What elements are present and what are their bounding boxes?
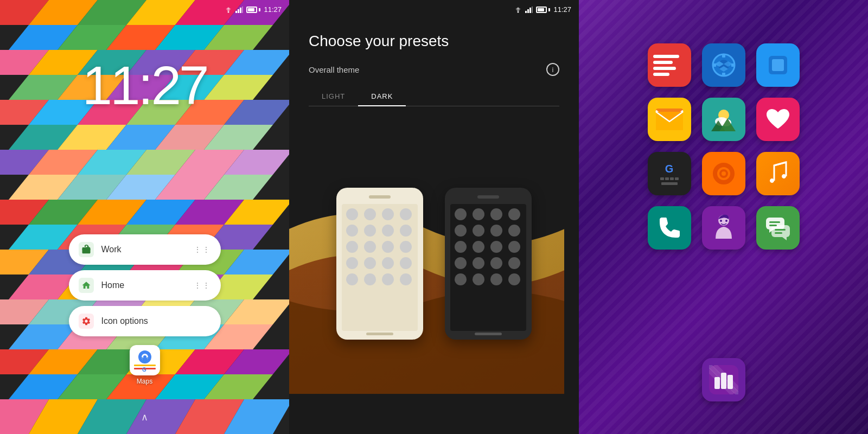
work-dots[interactable]: ⋮⋮: [194, 245, 211, 254]
dot: [490, 241, 502, 253]
dot: [400, 257, 412, 269]
svg-marker-143: [782, 237, 787, 240]
menu-item-icon-options[interactable]: Icon options: [69, 306, 221, 336]
light-phone-mockup: [336, 188, 423, 340]
svg-marker-113: [516, 10, 520, 11]
dot: [346, 225, 358, 237]
app-menu: Work ⋮⋮ Home ⋮⋮ Icon options: [69, 234, 221, 336]
svg-rect-99: [235, 11, 237, 13]
svg-rect-101: [240, 8, 241, 13]
svg-point-136: [722, 171, 726, 176]
messages-icon: [764, 214, 792, 241]
presets-title: Choose your presets: [309, 33, 559, 50]
lines-icon: [648, 49, 691, 81]
dot: [455, 208, 467, 220]
dot: [508, 208, 520, 220]
dot: [455, 273, 467, 285]
camera-icon: [709, 159, 738, 188]
dot: [364, 257, 376, 269]
dot: [400, 241, 412, 253]
status-bar-panel2: 11:27: [514, 5, 571, 14]
app-character[interactable]: [702, 206, 745, 250]
dot: [473, 225, 484, 237]
svg-rect-146: [775, 229, 786, 231]
info-icon[interactable]: i: [546, 63, 559, 76]
app-analytics[interactable]: [702, 358, 745, 401]
svg-text:G: G: [142, 367, 146, 373]
light-phone-screen: [342, 204, 418, 331]
app-google[interactable]: [756, 43, 800, 87]
dot: [455, 257, 467, 269]
svg-rect-100: [238, 9, 239, 13]
dot: [455, 241, 467, 253]
home-icon: [79, 278, 94, 293]
app-music[interactable]: [756, 152, 800, 195]
app-email[interactable]: [648, 98, 691, 141]
svg-rect-145: [769, 225, 777, 226]
svg-rect-144: [769, 221, 780, 223]
theme-label: Overall theme: [309, 65, 359, 74]
chevron-up-icon[interactable]: ∧: [141, 411, 148, 423]
app-camera[interactable]: [702, 152, 745, 195]
app-weather[interactable]: [702, 98, 745, 141]
dot: [364, 208, 376, 220]
dark-phone-mockup: [445, 188, 532, 340]
svg-point-114: [518, 11, 519, 12]
app-health[interactable]: [756, 98, 800, 141]
svg-rect-123: [713, 63, 716, 67]
icon-options-label: Icon options: [101, 316, 211, 326]
dot: [508, 225, 520, 237]
wifi-icon: [225, 6, 232, 14]
tab-light[interactable]: LIGHT: [309, 87, 358, 106]
work-label: Work: [101, 245, 186, 254]
maps-app[interactable]: G Maps: [130, 345, 160, 385]
icon-options-icon: [79, 314, 94, 329]
home-bar-light: [366, 333, 393, 335]
svg-rect-115: [525, 11, 527, 13]
menu-item-home[interactable]: Home ⋮⋮: [69, 270, 221, 301]
phone-speaker-dark: [477, 195, 499, 199]
tab-dark[interactable]: DARK: [358, 87, 406, 106]
app-messages[interactable]: [756, 206, 800, 250]
signal-icon-p2: [525, 7, 533, 13]
svg-point-98: [228, 11, 229, 12]
character-icon: [710, 212, 737, 244]
svg-point-138: [720, 220, 722, 222]
home-bar-dark: [475, 333, 502, 335]
dot: [490, 208, 502, 220]
heart-icon: [764, 107, 792, 132]
apps-grid: G: [648, 43, 800, 250]
app-analytics-container: [702, 358, 745, 401]
home-dots[interactable]: ⋮⋮: [194, 281, 211, 290]
dot: [346, 208, 358, 220]
battery-icon-p2: [536, 7, 550, 13]
status-time-p2: 11:27: [553, 5, 571, 14]
dark-phone-screen: [450, 204, 526, 331]
app-phone[interactable]: [648, 206, 691, 250]
dot: [473, 241, 484, 253]
dot: [473, 273, 484, 285]
svg-rect-116: [527, 9, 529, 13]
dot: [346, 257, 358, 269]
svg-rect-118: [532, 7, 533, 13]
google-icon: [764, 52, 792, 79]
dot: [400, 225, 412, 237]
app-gboard[interactable]: G: [648, 152, 691, 195]
analytics-icon: [709, 365, 738, 394]
phone-call-icon: [657, 215, 682, 240]
status-bar-panel1: 11:27: [225, 5, 282, 14]
svg-rect-117: [529, 8, 531, 13]
maps-label: Maps: [137, 378, 152, 385]
svg-rect-102: [242, 7, 243, 13]
svg-rect-122: [722, 73, 725, 76]
music-icon: [765, 160, 790, 187]
app-dropbox[interactable]: [702, 43, 745, 87]
menu-item-work[interactable]: Work ⋮⋮: [69, 234, 221, 265]
app-speeko[interactable]: [648, 43, 691, 87]
status-time: 11:27: [264, 5, 282, 14]
svg-rect-103: [82, 249, 90, 250]
dot: [473, 257, 484, 269]
dot: [490, 273, 502, 285]
panel-apps: G: [579, 0, 868, 434]
email-icon: [655, 107, 684, 131]
